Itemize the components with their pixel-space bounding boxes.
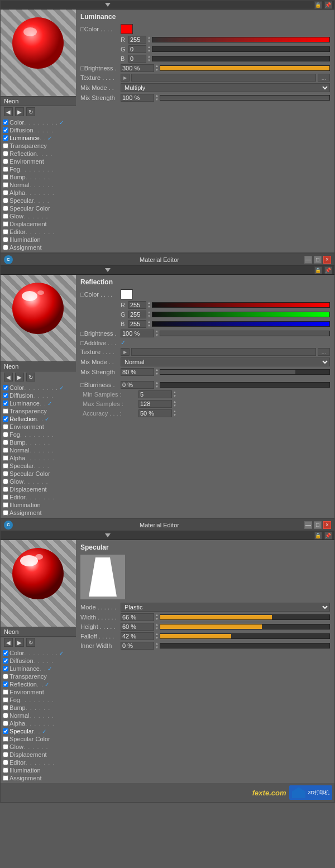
sidebar-item-alpha[interactable]: Alpha . . . . . . .: [3, 189, 74, 197]
channel-checkbox-specular color[interactable]: [3, 206, 8, 211]
sidebar-item-specular[interactable]: Specular . . ✓: [3, 727, 74, 735]
mat-reload-btn[interactable]: ↻: [26, 638, 35, 647]
texture-bar[interactable]: [131, 74, 316, 82]
channel-checkbox-bump[interactable]: [3, 705, 8, 710]
sidebar-item-color[interactable]: Color . . . . . . . . ✓: [3, 118, 74, 126]
sidebar-item-environment[interactable]: Environment: [3, 688, 74, 696]
g-spin[interactable]: ▲▼: [147, 311, 151, 318]
slider-track[interactable]: [152, 56, 330, 61]
channel-checkbox-illumination[interactable]: [3, 237, 8, 242]
mix-mode-select[interactable]: MultiplyNormalAdd: [121, 83, 330, 92]
slider-track[interactable]: [160, 331, 330, 336]
channel-checkbox-specular color[interactable]: [3, 471, 8, 476]
b-input[interactable]: [128, 55, 146, 63]
slider-track[interactable]: [160, 382, 330, 388]
channel-checkbox-fog[interactable]: [3, 166, 8, 172]
slider-track[interactable]: [152, 302, 330, 308]
channel-checkbox-reflection[interactable]: [3, 151, 8, 156]
sidebar-item-luminance[interactable]: Luminance . . ✓: [3, 665, 74, 673]
channel-checkbox-editor[interactable]: [3, 229, 8, 235]
sidebar-item-assignment[interactable]: Assignment: [3, 244, 74, 251]
r-input[interactable]: [128, 36, 146, 44]
mat-prev-btn[interactable]: ◀: [4, 107, 13, 116]
channel-checkbox-alpha[interactable]: [3, 455, 8, 461]
channel-checkbox-diffusion[interactable]: [3, 658, 8, 664]
brightness-input[interactable]: [121, 330, 154, 337]
channel-checkbox-normal[interactable]: [3, 182, 8, 188]
sidebar-item-reflection[interactable]: Reflection . . ✓: [3, 680, 74, 688]
blurriness-spin[interactable]: ▲▼: [155, 381, 159, 389]
g-input[interactable]: [128, 45, 146, 53]
inner-width-spin[interactable]: ▲▼: [155, 642, 159, 650]
slider-track[interactable]: [152, 321, 330, 327]
brightness-spin[interactable]: ▲▼: [155, 330, 159, 337]
channel-checkbox-reflection[interactable]: [3, 416, 8, 422]
texture-bar[interactable]: [131, 348, 316, 356]
accuracy-spin[interactable]: ▲▼: [173, 409, 176, 417]
channel-checkbox-diffusion[interactable]: [3, 393, 8, 398]
width-spin[interactable]: ▲▼: [155, 613, 159, 621]
brightness-input[interactable]: [121, 64, 154, 72]
height-spin[interactable]: ▲▼: [155, 623, 159, 631]
channel-checkbox-color[interactable]: [3, 120, 8, 125]
sidebar-item-luminance[interactable]: Luminance . . ✓: [3, 134, 74, 142]
g-input[interactable]: [128, 311, 146, 318]
sidebar-item-glow[interactable]: Glow . . . . . .: [3, 743, 74, 751]
pin-icon[interactable]: 📌: [324, 266, 332, 274]
g-spin[interactable]: ▲▼: [147, 45, 151, 53]
sidebar-item-specular[interactable]: Specular . . . .: [3, 462, 74, 470]
channel-checkbox-alpha[interactable]: [3, 721, 8, 726]
sidebar-item-diffusion[interactable]: Diffusion . . . . .: [3, 392, 74, 399]
r-input[interactable]: [128, 301, 146, 309]
channel-checkbox-illumination[interactable]: [3, 767, 8, 773]
channel-checkbox-specular color[interactable]: [3, 736, 8, 742]
slider-track[interactable]: [160, 633, 330, 639]
sidebar-item-environment[interactable]: Environment: [3, 158, 74, 165]
mix-strength-input[interactable]: [121, 368, 154, 376]
sidebar-item-editor[interactable]: Editor . . . . . . .: [3, 493, 74, 501]
max-samples-spin[interactable]: ▲▼: [173, 400, 176, 408]
min-samples-spin[interactable]: ▲▼: [173, 390, 176, 398]
channel-checkbox-transparency[interactable]: [3, 408, 8, 414]
channel-checkbox-displacement[interactable]: [3, 221, 8, 227]
channel-checkbox-normal[interactable]: [3, 713, 8, 718]
mat-prev-btn[interactable]: ◀: [4, 373, 13, 381]
sidebar-item-editor[interactable]: Editor . . . . . . .: [3, 228, 74, 236]
collapse-triangle[interactable]: [105, 268, 111, 272]
channel-checkbox-diffusion[interactable]: [3, 127, 8, 133]
mat-next-btn[interactable]: ▶: [15, 107, 24, 116]
slider-track[interactable]: [152, 312, 330, 317]
texture-play-btn[interactable]: ▶: [121, 74, 130, 82]
texture-browse-btn[interactable]: ...: [318, 348, 330, 356]
close-btn[interactable]: ×: [323, 521, 331, 529]
minimize-btn[interactable]: —: [304, 256, 312, 264]
mode-select[interactable]: PlasticMetalBlinn: [121, 603, 330, 612]
sidebar-item-specular-color[interactable]: Specular Color: [3, 204, 74, 212]
channel-checkbox-environment[interactable]: [3, 424, 8, 430]
lock-icon[interactable]: 🔒: [314, 266, 322, 274]
sidebar-item-diffusion[interactable]: Diffusion . . . . .: [3, 126, 74, 134]
channel-checkbox-assignment[interactable]: [3, 775, 8, 781]
sidebar-item-illumination[interactable]: Illumination: [3, 236, 74, 244]
channel-checkbox-glow[interactable]: [3, 479, 8, 484]
sidebar-item-displacement[interactable]: Displacement: [3, 485, 74, 493]
sidebar-item-fog[interactable]: Fog . . . . . . . .: [3, 696, 74, 704]
slider-track[interactable]: [152, 37, 330, 42]
sidebar-item-specular-color[interactable]: Specular Color: [3, 470, 74, 478]
channel-checkbox-illumination[interactable]: [3, 502, 8, 508]
slider-track[interactable]: [152, 46, 330, 52]
sidebar-item-glow[interactable]: Glow . . . . . .: [3, 478, 74, 485]
slider-track[interactable]: [160, 369, 330, 375]
mat-reload-btn[interactable]: ↻: [26, 107, 35, 116]
sidebar-item-reflection[interactable]: Reflection . . ✓: [3, 415, 74, 423]
sidebar-item-assignment[interactable]: Assignment: [3, 774, 74, 782]
mix-strength-spin[interactable]: ▲▼: [155, 94, 159, 102]
r-spin[interactable]: ▲▼: [147, 301, 151, 309]
channel-checkbox-transparency[interactable]: [3, 143, 8, 149]
sidebar-item-bump[interactable]: Bump . . . . . .: [3, 173, 74, 181]
sidebar-item-transparency[interactable]: Transparency: [3, 673, 74, 680]
slider-track[interactable]: [160, 624, 330, 629]
sidebar-item-illumination[interactable]: Illumination: [3, 766, 74, 774]
sidebar-item-displacement[interactable]: Displacement: [3, 220, 74, 228]
channel-checkbox-luminance[interactable]: [3, 666, 8, 671]
